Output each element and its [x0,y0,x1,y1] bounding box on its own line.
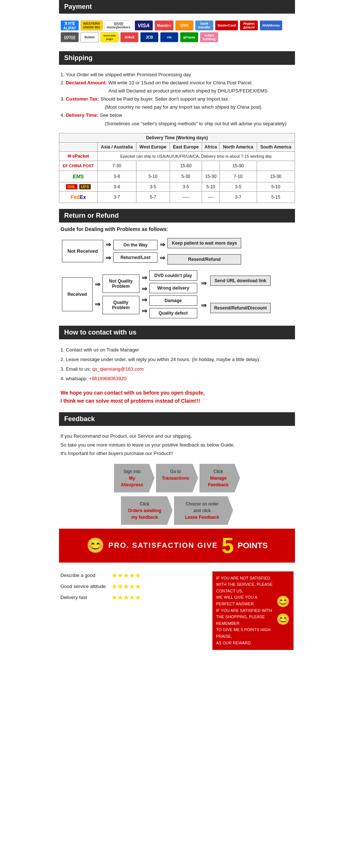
arrow-down: ⇒ [105,254,111,262]
step-sign-in: Sign intoMyAliexpress [114,464,155,493]
smiley-pair: 😊 😊 [276,593,290,628]
quality-defect-box: Quality defect [149,308,197,318]
nr-arrows: ⇒ ⇒ [105,241,111,262]
rec-mid: Not QualityProblem QualityProblem [103,274,139,314]
maestro-logo: Maestro [155,20,174,31]
rating-stars-3: ★★★★★ [111,594,141,602]
jcb-logo: JCB [140,32,159,42]
ems-east-eu: 5-30 [170,171,202,182]
contact-note: We hope you can contact with us before y… [59,386,295,407]
col-carrier [59,142,98,151]
cp-asia: 7-30 [97,161,136,171]
ems-north-am: 7-10 [219,171,257,182]
rec-solutions: Send URL download link Resend/Refund/Dis… [210,276,271,313]
rec-arrow-8: ⇒ [201,301,206,309]
dhl-south-am: 5-10 [257,182,295,191]
send-url-box: Send URL download link [210,276,271,286]
rating-stars-1: ★★★★★ [111,571,141,580]
fedex-asia: 3-7 [97,191,136,203]
alipay-logo: 支付宝ALIPAY [60,20,79,31]
smiley-icon: 😊 [86,537,105,554]
webmoney-logo: WebMoney [260,20,282,31]
nr-arrows2: ⇒ ⇒ [160,241,165,262]
ems-west-eu: 5-10 [136,171,170,182]
fedex-name: FedEx [61,193,96,201]
damage-box: Damage [149,295,197,306]
rec-arrow-5: ⇒ [142,296,147,304]
crypto-logo: (((O))) [60,32,79,42]
step-orders-awaiting: ClickOrders awaitingmy feedback [121,496,173,525]
shipping-text: 1. Your Order will be shipped within Pro… [59,69,295,130]
right-text-4: TO GIVE ME 5 POINTS HIGH PRAISE, [216,627,273,640]
declared-label: Declared Amount: [66,80,107,85]
step4-my-feedback: my feedback [131,515,158,520]
not-received-box: Not Received [62,240,103,262]
giropay-logo: giropay [180,32,198,42]
dhl-africa: 5-10 [202,182,220,191]
feedback-intro-2: So take you one more mintues to leave us… [60,441,294,449]
moneybookers-logo: (((O)))moneybookers [104,20,133,31]
ems-name: EMS [61,173,96,180]
contact-note-line2: I think we can solve most of problems in… [60,397,294,405]
visa-logo: VISA [135,20,153,31]
fedex-east-eu: ----- [170,191,202,203]
wu-logo: WESTERNUNION WU [80,20,103,31]
rec-arrow-2: ⇒ [95,300,100,308]
shipping-point-3: 3. Customer Tax: Should be Paid by buyer… [60,95,294,103]
dhl-logo-cell: DHL UPS [59,182,98,191]
fedex-africa: ---- [202,191,220,203]
resend-refund-discount-box: Resend/Refund/Discount [210,303,271,313]
shipping-point-2-sub: And will Declared as product price which… [60,87,294,95]
on-the-way-box: On the Way [113,240,157,250]
fedex-logo-cell: FedEx [59,191,98,203]
wrong-delivery-box: Wrong delivery [149,283,197,293]
right-text-5: AS OUR REWARD. [216,640,273,647]
delivery-time-label: Delivery Time: [66,112,98,118]
feedback-intro-1: If you Recommand our Product, our Servic… [60,432,294,440]
feedback-steps-row2: ClickOrders awaitingmy feedback Choose o… [59,496,295,529]
satisfaction-banner: 😊 PRO. SATISFACTION GIVE 5 POINTS [59,529,295,563]
dvd-box: DVD couldn't play [149,270,197,281]
cp-africa [202,161,220,171]
banner-text: PRO. SATISFACTION GIVE [108,541,218,550]
rec-arrow-7: ⇒ [201,279,206,287]
smiley-1: 😊 [276,593,290,610]
contact-header: How to contact with us [59,326,295,339]
fedex-north-am: 3-7 [219,191,257,203]
resend-refund-box: Resend/Refund [167,254,241,265]
contact-email: qx_qianxiang@163.com [92,366,144,372]
doku-logo: doku$ [120,32,139,42]
right-text-1: IF YOU ARE NOT SATISFIED WITH THE SERVIC… [216,575,273,595]
banner-number: 5 [222,535,234,557]
contact-section: How to contact with us 1. Contact with u… [59,326,295,407]
shipping-point-2: 2. Declared Amount: Will write 10 or 15u… [60,79,294,87]
rating-label-2: Good service attitude [60,584,108,589]
rating-left: Describe a good ★★★★★ Good service attit… [60,571,212,650]
step-go-to: Go toTransactions [156,464,198,493]
rec-arrows1: ⇒ ⇒ [95,280,100,308]
rec-arrow-4: ⇒ [142,285,147,293]
feedback-header: Feedback [59,412,295,426]
shipping-point-1: 1. Your Order will be shipped within Pro… [60,71,294,79]
rating-label-3: Delivery fast [60,595,108,600]
ems-logo-cell: EMS [59,171,98,182]
shipping-point-4: 4. Delivery Time: See below [60,111,294,119]
keep-patient-box: Keep patient to wait more days [167,238,241,248]
payment-logos: 支付宝ALIPAY WESTERNUNION WU (((O)))moneybo… [59,17,295,45]
feedback-intro-3: It's Important for other buyers purchase… [60,449,294,458]
feedback-section: Feedback If you Recommand our Product, o… [59,412,295,653]
dhl-row: DHL UPS 3-4 3-5 3-5 5-10 3-5 5-10 [59,182,295,191]
col-north-america: North America [219,142,257,151]
rating-row-1: Describe a good ★★★★★ [60,571,212,580]
shipping-point-4-sub: (Sometimes use "seller's shipping method… [60,120,294,128]
via-logo: via [160,32,178,42]
feedback-intro: If you Recommand our Product, our Servic… [59,430,295,460]
col-west-europe: West Europe [136,142,170,151]
flowchart: Not Received ⇒ ⇒ On the Way Returned/Los… [59,237,295,320]
dhl-north-am: 3-5 [219,182,257,191]
contact-text: 1. Contact with us on Trade Manager 2. L… [59,343,295,386]
rec-issues: DVD couldn't play Wrong delivery Damage … [149,270,197,318]
contact-note-line1: We hope you can contact with us before y… [60,389,294,397]
step-leave-feedback: Choose on orderand clickLeave Feedback [174,496,233,525]
arrow-right-1: ⇒ [160,241,165,249]
